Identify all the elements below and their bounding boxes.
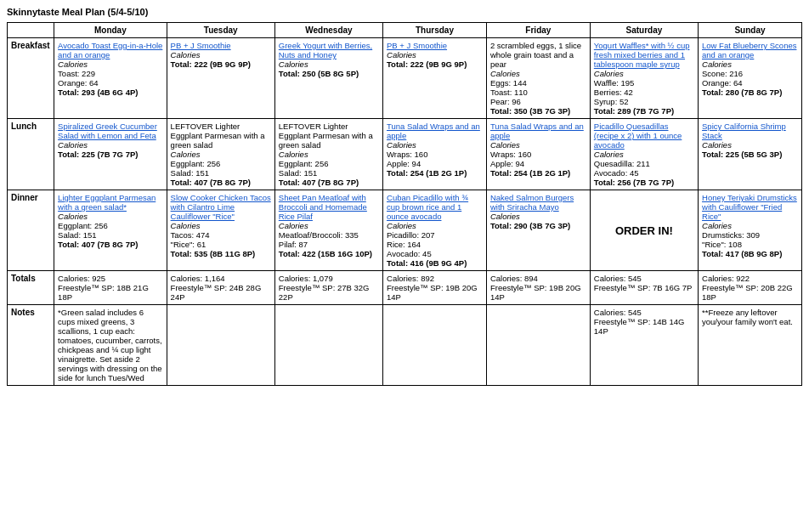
meal-detail: Salad: 151 <box>58 230 96 240</box>
meal-detail: Total: 416 (9B 9G 4P) <box>387 258 467 268</box>
meal-link[interactable]: Tuna Salad Wraps and an apple <box>490 122 584 140</box>
meal-detail: Drumsticks: 309 <box>702 230 760 240</box>
meal-plan-table: Monday Tuesday Wednesday Thursday Friday… <box>7 22 802 386</box>
meal-text: LEFTOVER Lighter Eggplant Parmesan with … <box>279 122 373 150</box>
cell-text: Calories: 545 <box>594 308 642 317</box>
row-label: Lunch <box>8 119 54 190</box>
meal-detail: Total: 350 (3B 7G 3P) <box>490 106 570 116</box>
meal-detail: Eggplant: 256 <box>58 221 108 230</box>
meal-cell: Calories: 545Freestyle™ SP: 7B 16G 7P <box>590 271 698 305</box>
meal-link[interactable]: Honey Teriyaki Drumsticks with Cauliflow… <box>702 193 797 221</box>
meal-link[interactable]: PB + J Smoothie <box>171 41 231 50</box>
meal-link[interactable]: Avocado Toast Egg-in-a-Hole and an orang… <box>58 41 162 59</box>
header-empty <box>8 23 54 38</box>
meal-detail: Orange: 64 <box>58 78 99 88</box>
meal-detail: "Rice": 108 <box>702 240 742 249</box>
meal-detail: Pilaf: 87 <box>279 240 308 249</box>
meal-cell: Calories: 922Freestyle™ SP: 20B 22G 18P <box>699 271 802 305</box>
cell-text: *Green salad includes 6 cups mixed green… <box>58 308 162 382</box>
meal-cell: Calories: 545Freestyle™ SP: 14B 14G 14P <box>590 305 698 386</box>
header-saturday: Saturday <box>590 23 698 38</box>
meal-detail: Avocado: 45 <box>387 249 432 258</box>
row-label: Breakfast <box>8 38 54 119</box>
meal-detail: Toast: 229 <box>58 69 95 78</box>
meal-cell <box>167 305 274 386</box>
meal-detail: Total: 250 (5B 8G 5P) <box>279 69 359 78</box>
meal-link[interactable]: Picadillo Quesadillas (recipe x 2) with … <box>594 122 682 150</box>
meal-link[interactable]: Tuna Salad Wraps and an apple <box>387 122 480 140</box>
meal-link[interactable]: Lighter Eggplant Parmesan with a green s… <box>58 193 156 212</box>
meal-detail: Avocado: 45 <box>594 168 639 178</box>
meal-detail: Calories <box>58 212 88 221</box>
meal-link[interactable]: Naked Salmon Burgers with Sriracha Mayo <box>490 193 574 212</box>
meal-cell: Picadillo Quesadillas (recipe x 2) with … <box>590 119 698 190</box>
meal-detail: Calories <box>171 221 201 230</box>
meal-detail: Total: 254 (1B 2G 1P) <box>387 168 467 178</box>
meal-cell: Calories: 925Freestyle™ SP: 18B 21G 18P <box>54 271 167 305</box>
meal-cell: Avocado Toast Egg-in-a-Hole and an orang… <box>54 38 167 119</box>
table-row: DinnerLighter Eggplant Parmesan with a g… <box>8 190 802 271</box>
meal-link[interactable]: Greek Yogurt with Berries, Nuts and Hone… <box>279 41 372 59</box>
table-row: Notes*Green salad includes 6 cups mixed … <box>8 305 802 386</box>
meal-detail: Calories <box>279 59 308 69</box>
meal-cell: ORDER IN! <box>590 190 698 271</box>
meal-cell: Calories: 1,164Freestyle™ SP: 24B 28G 24… <box>167 271 274 305</box>
meal-detail: Total: 422 (15B 16G 10P) <box>279 249 372 258</box>
meal-cell: Tuna Salad Wraps and an appleCaloriesWra… <box>383 119 487 190</box>
header-row: Monday Tuesday Wednesday Thursday Friday… <box>8 23 802 38</box>
meal-cell: 2 scrambled eggs, 1 slice whole grain to… <box>486 38 590 119</box>
meal-detail: Total: 222 (9B 9G 9P) <box>387 59 467 69</box>
meal-detail: Salad: 151 <box>171 168 209 178</box>
meal-detail: Calories <box>490 69 520 78</box>
meal-cell: Naked Salmon Burgers with Sriracha MayoC… <box>486 190 590 271</box>
meal-cell: Low Fat Blueberry Scones and an orangeCa… <box>699 38 802 119</box>
meal-detail: Total: 407 (7B 8G 7P) <box>171 178 251 187</box>
meal-link[interactable]: Yogurt Waffles* with ½ cup fresh mixed b… <box>594 41 690 69</box>
meal-link[interactable]: PB + J Smoothie <box>387 41 447 50</box>
meal-cell <box>383 305 487 386</box>
meal-detail: Orange: 64 <box>702 78 743 88</box>
meal-link[interactable]: Slow Cooker Chicken Tacos with Cilantro … <box>171 193 271 221</box>
meal-detail: Calories <box>171 50 201 59</box>
meal-detail: Total: 225 (5B 5G 3P) <box>702 150 782 159</box>
meal-cell: LEFTOVER Lighter Eggplant Parmesan with … <box>167 119 274 190</box>
cell-text: Calories: 922 <box>702 274 750 283</box>
row-label: Dinner <box>8 190 54 271</box>
row-label: Totals <box>8 271 54 305</box>
meal-link[interactable]: Spiralized Greek Cucumber Salad with Lem… <box>58 122 157 140</box>
meal-cell: Yogurt Waffles* with ½ cup fresh mixed b… <box>590 38 698 119</box>
cell-text: Calories: 545 <box>594 274 642 283</box>
cell-text: Freestyle™ SP: 20B 22G 18P <box>702 283 793 302</box>
meal-cell: Calories: 894Freestyle™ SP: 19B 20G 14P <box>486 271 590 305</box>
meal-detail: Total: 535 (8B 11G 8P) <box>171 249 256 258</box>
meal-text: 2 scrambled eggs, 1 slice whole grain to… <box>490 41 581 69</box>
meal-detail: Calories <box>490 212 520 221</box>
cell-text: Freestyle™ SP: 19B 20G 14P <box>490 283 581 302</box>
meal-cell: Calories: 892Freestyle™ SP: 19B 20G 14P <box>383 271 487 305</box>
meal-cell: Honey Teriyaki Drumsticks with Cauliflow… <box>699 190 802 271</box>
meal-detail: Calories <box>171 150 201 159</box>
meal-detail: Calories <box>279 221 308 230</box>
meal-detail: Total: 407 (7B 8G 7P) <box>58 240 138 249</box>
meal-detail: Total: 280 (7B 8G 7P) <box>702 88 782 97</box>
meal-detail: Total: 254 (1B 2G 1P) <box>490 168 570 178</box>
meal-detail: "Rice": 61 <box>171 240 206 249</box>
meal-cell: LEFTOVER Lighter Eggplant Parmesan with … <box>274 119 382 190</box>
meal-link[interactable]: Spicy California Shrimp Stack <box>702 122 786 140</box>
meal-cell: Greek Yogurt with Berries, Nuts and Hone… <box>274 38 382 119</box>
meal-detail: Waffle: 195 <box>594 78 635 88</box>
meal-detail: Eggplant: 256 <box>171 159 221 168</box>
meal-detail: Apple: 94 <box>490 159 524 168</box>
meal-link[interactable]: Cuban Picadillo with ¾ cup brown rice an… <box>387 193 468 221</box>
meal-cell: **Freeze any leftover you/your family wo… <box>699 305 802 386</box>
cell-text: Freestyle™ SP: 18B 21G 18P <box>58 283 149 302</box>
meal-text: LEFTOVER Lighter Eggplant Parmesan with … <box>171 122 265 150</box>
meal-link[interactable]: Sheet Pan Meatloaf with Broccoli and Hom… <box>279 193 367 221</box>
meal-detail: Calories <box>594 150 624 159</box>
meal-link[interactable]: Low Fat Blueberry Scones and an orange <box>702 41 796 59</box>
meal-detail: Pear: 96 <box>490 97 521 106</box>
meal-detail: Total: 222 (9B 9G 9P) <box>171 59 251 69</box>
meal-cell: *Green salad includes 6 cups mixed green… <box>54 305 167 386</box>
header-friday: Friday <box>486 23 590 38</box>
meal-detail: Scone: 216 <box>702 69 743 78</box>
